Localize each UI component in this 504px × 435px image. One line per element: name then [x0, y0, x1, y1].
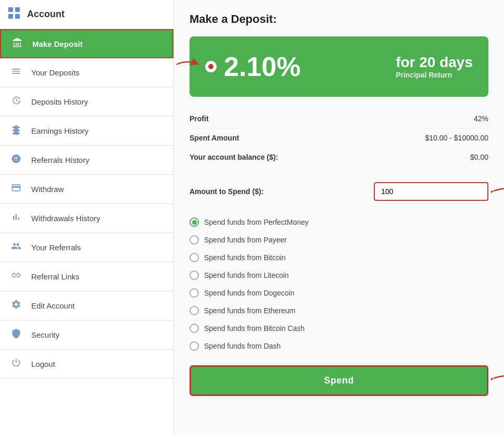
- bitcoin-cash-label: Spend funds from Bitcoin Cash: [204, 324, 305, 332]
- sidebar-item-your-deposits[interactable]: Your Deposits: [0, 58, 173, 87]
- power-icon: [8, 357, 24, 370]
- deposits-history-label: Deposits History: [31, 97, 88, 106]
- sidebar-item-deposits-history[interactable]: Deposits History: [0, 87, 173, 117]
- bitcoin-radio[interactable]: [190, 253, 199, 262]
- sidebar-item-your-referrals[interactable]: Your Referrals: [0, 233, 173, 262]
- sidebar-item-withdrawals-history[interactable]: Withdrawals History: [0, 204, 173, 233]
- your-deposits-label: Your Deposits: [31, 68, 80, 77]
- page-title: Make a Deposit:: [190, 12, 488, 26]
- payeer-label: Spend funds from Payeer: [204, 236, 287, 244]
- ethereum-label: Spend funds from Ethereum: [204, 306, 295, 315]
- referrals-history-label: Referrals History: [31, 156, 90, 164]
- bitcoin-label: Spend funds from Bitcoin: [204, 253, 285, 262]
- account-balance-label: Your account balance ($):: [190, 153, 278, 161]
- plan-card-right: for 20 days Principal Return: [396, 54, 473, 79]
- payment-option-bitcoin[interactable]: Spend funds from Bitcoin: [190, 249, 488, 266]
- security-label: Security: [31, 330, 59, 339]
- dogecoin-radio[interactable]: [190, 288, 199, 298]
- make-deposit-label: Make Deposit: [32, 40, 83, 48]
- plan-radio[interactable]: [205, 61, 217, 72]
- sidebar-item-referral-links[interactable]: Referral Links: [0, 262, 173, 291]
- ethereum-radio[interactable]: [190, 306, 199, 315]
- sidebar-item-edit-account[interactable]: Edit Account: [0, 291, 173, 321]
- payment-option-dogecoin[interactable]: Spend funds from Dogecoin: [190, 284, 488, 302]
- main-content: Make a Deposit: 2.10%: [174, 0, 504, 435]
- logout-label: Logout: [31, 360, 55, 368]
- payment-option-perfectmoney[interactable]: Spend funds from PerfectMoney: [190, 213, 488, 231]
- payeer-radio[interactable]: [190, 235, 199, 245]
- svg-rect-2: [8, 14, 13, 19]
- amount-input[interactable]: [374, 182, 488, 201]
- earnings-history-label: Earnings History: [31, 126, 89, 135]
- payment-option-litecoin[interactable]: Spend funds from Litecoin: [190, 266, 488, 284]
- sidebar-item-referrals-history[interactable]: Referrals History: [0, 146, 173, 175]
- your-referrals-label: Your Referrals: [31, 243, 81, 252]
- referral-links-label: Referral Links: [31, 272, 80, 281]
- litecoin-radio[interactable]: [190, 271, 199, 280]
- menu-icon: [8, 66, 24, 79]
- layers-icon: [8, 124, 24, 137]
- payment-options: Spend funds from PerfectMoney Spend fund…: [190, 213, 488, 355]
- amount-row: Amount to Spend ($):: [190, 177, 488, 206]
- dogecoin-label: Spend funds from Dogecoin: [204, 289, 295, 297]
- spend-button[interactable]: Spend: [190, 365, 488, 396]
- detail-spent-amount: Spent Amount $10.00 - $10000.00: [190, 129, 488, 148]
- sidebar-title: Account: [27, 9, 65, 20]
- gear-icon: [8, 299, 24, 312]
- profit-label: Profit: [190, 114, 209, 123]
- dash-radio[interactable]: [190, 341, 199, 351]
- sidebar-item-earnings-history[interactable]: Earnings History: [0, 117, 173, 146]
- amount-label: Amount to Spend ($):: [190, 187, 263, 196]
- dash-label: Spend funds from Dash: [204, 342, 281, 350]
- spent-amount-value: $10.00 - $10000.00: [425, 134, 488, 142]
- withdrawals-history-label: Withdrawals History: [31, 214, 100, 223]
- plan-duration: for 20 days: [396, 54, 473, 71]
- sidebar-item-withdraw[interactable]: Withdraw: [0, 175, 173, 204]
- sidebar-item-security[interactable]: Security: [0, 321, 173, 350]
- sidebar: Account Make Deposit Your Deposits Depos…: [0, 0, 174, 435]
- history-icon: [8, 95, 24, 108]
- profit-value: 42%: [474, 114, 488, 123]
- plan-rate: 2.10%: [224, 51, 300, 82]
- plan-card: 2.10% for 20 days Principal Return: [190, 36, 488, 97]
- users-icon: [8, 241, 24, 254]
- payment-option-bitcoin-cash[interactable]: Spend funds from Bitcoin Cash: [190, 319, 488, 337]
- sidebar-item-make-deposit[interactable]: Make Deposit: [0, 29, 173, 58]
- details-table: Profit 42% Spent Amount $10.00 - $10000.…: [190, 109, 488, 167]
- detail-profit: Profit 42%: [190, 109, 488, 129]
- card-icon: [8, 183, 24, 196]
- bitcoin-cash-radio[interactable]: [190, 324, 199, 333]
- detail-account-balance: Your account balance ($): $0.00: [190, 148, 488, 167]
- sidebar-header: Account: [0, 0, 173, 29]
- amount-input-wrap: [374, 182, 488, 201]
- account-balance-value: $0.00: [470, 153, 488, 161]
- edit-account-label: Edit Account: [31, 301, 74, 310]
- link-icon: [8, 270, 24, 283]
- plan-card-left: 2.10%: [205, 51, 300, 82]
- litecoin-label: Spend funds from Litecoin: [204, 271, 289, 279]
- bar-icon: [8, 212, 24, 225]
- svg-rect-3: [15, 14, 20, 19]
- grid-icon: [8, 7, 20, 22]
- payment-option-dash[interactable]: Spend funds from Dash: [190, 337, 488, 355]
- referral-icon: [8, 153, 24, 167]
- svg-rect-1: [15, 7, 20, 12]
- sidebar-item-logout[interactable]: Logout: [0, 350, 173, 379]
- perfectmoney-radio[interactable]: [190, 218, 199, 227]
- payment-option-payeer[interactable]: Spend funds from Payeer: [190, 231, 488, 249]
- plan-subtitle: Principal Return: [396, 71, 473, 79]
- spent-amount-label: Spent Amount: [190, 134, 239, 142]
- shield-icon: [8, 328, 24, 341]
- payment-option-ethereum[interactable]: Spend funds from Ethereum: [190, 302, 488, 319]
- spend-button-wrap: Spend: [190, 365, 488, 396]
- perfectmoney-label: Spend funds from PerfectMoney: [204, 218, 309, 226]
- withdraw-label: Withdraw: [31, 185, 64, 194]
- bank-icon: [9, 37, 25, 50]
- svg-rect-0: [8, 7, 13, 12]
